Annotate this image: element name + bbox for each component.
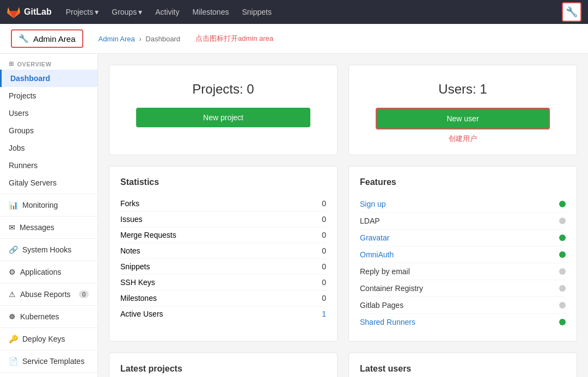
stat-value[interactable]: 1 xyxy=(322,310,326,318)
abuse-reports-badge: 0 xyxy=(79,291,89,298)
nav-groups[interactable]: Groups ▾ xyxy=(106,4,148,20)
stat-row: Active Users 1 xyxy=(120,306,326,322)
new-user-annotation: 创建用户 xyxy=(360,134,566,144)
statistics-card: Statistics Forks 0 Issues 0 Merge Reques… xyxy=(109,166,338,342)
stat-row: Notes 0 xyxy=(120,243,326,259)
status-dot-gray xyxy=(559,302,566,308)
sidebar-item-users[interactable]: Users xyxy=(0,104,97,122)
new-project-button[interactable]: New project xyxy=(136,108,310,127)
users-count-title: Users: 1 xyxy=(360,82,566,97)
sidebar-item-projects[interactable]: Projects xyxy=(0,87,97,104)
feature-name[interactable]: Shared Runners xyxy=(360,318,415,326)
sidebar-item-runners[interactable]: Runners xyxy=(0,157,97,174)
status-dot-green xyxy=(559,234,566,241)
feature-name: Reply by email xyxy=(360,267,410,276)
stat-value: 0 xyxy=(322,231,326,239)
hook-icon: 🔗 xyxy=(9,245,18,254)
sidebar-item-labels[interactable]: 🏷 Labels xyxy=(0,375,97,377)
brand-name: GitLab xyxy=(24,7,52,17)
stat-row: Forks 0 xyxy=(120,196,326,212)
feature-row: Gravatar xyxy=(360,230,566,246)
statistics-rows: Forks 0 Issues 0 Merge Requests 0 Notes … xyxy=(120,196,326,322)
summary-cards-row: Projects: 0 New project Users: 1 New use… xyxy=(109,65,577,155)
breadcrumb-root[interactable]: Admin Area xyxy=(99,35,135,43)
template-icon: 📄 xyxy=(9,357,18,366)
nav-snippets[interactable]: Snippets xyxy=(236,4,277,20)
sidebar-item-jobs[interactable]: Jobs xyxy=(0,139,97,157)
latest-projects-card: Latest projects xyxy=(109,353,338,377)
nav-right xyxy=(562,2,581,22)
report-icon: ⚠ xyxy=(9,290,16,299)
feature-name[interactable]: OmniAuth xyxy=(360,250,394,259)
feature-row: Reply by email xyxy=(360,263,566,280)
main-content: Projects: 0 New project Users: 1 New use… xyxy=(98,54,588,377)
stat-label: SSH Keys xyxy=(120,278,155,287)
sidebar-item-messages[interactable]: ✉ Messages xyxy=(0,219,97,236)
message-icon: ✉ xyxy=(9,223,15,232)
sidebar-item-applications[interactable]: ⚙ Applications xyxy=(0,263,97,281)
sidebar: ⊞ Overview Dashboard Projects Users Grou… xyxy=(0,54,98,377)
sidebar-item-service-templates[interactable]: 📄 Service Templates xyxy=(0,353,97,370)
admin-area-icon-button[interactable] xyxy=(562,2,581,22)
page-layout: ⊞ Overview Dashboard Projects Users Grou… xyxy=(0,54,588,377)
breadcrumb: Admin Area › Dashboard xyxy=(99,35,180,43)
sidebar-divider-4 xyxy=(0,261,97,261)
stat-row: Merge Requests 0 xyxy=(120,227,326,243)
stat-label: Notes xyxy=(120,246,140,255)
nav-milestones[interactable]: Milestones xyxy=(187,4,235,20)
feature-row: Gitlab Pages xyxy=(360,297,566,314)
stat-label: Snippets xyxy=(120,262,150,271)
stat-row: SSH Keys 0 xyxy=(120,275,326,291)
sidebar-divider-6 xyxy=(0,305,97,306)
sidebar-item-groups[interactable]: Groups xyxy=(0,122,97,139)
features-rows: Sign upLDAPGravatarOmniAuthReply by emai… xyxy=(360,196,566,330)
nav-projects[interactable]: Projects ▾ xyxy=(60,4,105,20)
sidebar-section-overview: ⊞ Overview xyxy=(0,54,97,70)
feature-row: Shared Runners xyxy=(360,314,566,330)
sidebar-item-dashboard[interactable]: Dashboard xyxy=(0,70,97,87)
feature-name[interactable]: Gravatar xyxy=(360,233,389,242)
sidebar-item-monitoring[interactable]: 📊 Monitoring xyxy=(0,196,97,214)
sidebar-divider-8 xyxy=(0,350,97,350)
brand-logo[interactable]: GitLab xyxy=(7,5,52,19)
statistics-title: Statistics xyxy=(120,177,326,187)
stat-value: 0 xyxy=(322,215,326,224)
sidebar-item-deploy-keys[interactable]: 🔑 Deploy Keys xyxy=(0,330,97,348)
stat-row: Issues 0 xyxy=(120,212,326,227)
admin-area-title-box: 🔧 Admin Area xyxy=(11,29,83,48)
sidebar-item-system-hooks[interactable]: 🔗 System Hooks xyxy=(0,241,97,258)
nav-activity[interactable]: Activity xyxy=(150,4,185,20)
latest-users-card: Latest users Administrator 27 minutes ag… xyxy=(348,353,577,377)
key-icon: 🔑 xyxy=(9,335,18,343)
feature-name[interactable]: Sign up xyxy=(360,200,385,208)
status-dot-green xyxy=(559,251,566,258)
stat-label: Issues xyxy=(120,215,142,224)
sidebar-divider-3 xyxy=(0,238,97,239)
stat-label: Forks xyxy=(120,199,139,208)
feature-name: LDAP xyxy=(360,217,380,225)
stat-row: Milestones 0 xyxy=(120,291,326,306)
sidebar-item-gitaly-servers[interactable]: Gitaly Servers xyxy=(0,174,97,191)
projects-count-title: Projects: 0 xyxy=(120,82,326,97)
sidebar-item-kubernetes[interactable]: ☸ Kubernetes xyxy=(0,308,97,325)
features-title: Features xyxy=(360,177,566,187)
wrench-icon: 🔧 xyxy=(19,34,29,44)
sidebar-divider-1 xyxy=(0,194,97,194)
latest-row: Latest projects Latest users Administrat… xyxy=(109,353,577,377)
status-dot-green xyxy=(559,201,566,207)
nav-menu: Projects ▾ Groups ▾ Activity Milestones … xyxy=(60,4,277,20)
feature-row: Sign up xyxy=(360,196,566,213)
stat-value: 0 xyxy=(322,246,326,255)
users-card: Users: 1 New user 创建用户 xyxy=(348,65,577,155)
sidebar-divider-5 xyxy=(0,283,97,283)
admin-area-header: 🔧 Admin Area Admin Area › Dashboard 点击图标… xyxy=(0,24,588,54)
stat-label: Merge Requests xyxy=(120,231,176,239)
kubernetes-icon: ☸ xyxy=(9,312,16,321)
feature-row: LDAP xyxy=(360,213,566,230)
sidebar-divider-7 xyxy=(0,327,97,328)
sidebar-divider-9 xyxy=(0,372,97,373)
sidebar-item-abuse-reports[interactable]: ⚠ Abuse Reports 0 xyxy=(0,286,97,303)
feature-name: Container Registry xyxy=(360,284,423,293)
status-dot-gray xyxy=(559,268,566,275)
new-user-button[interactable]: New user xyxy=(376,108,550,129)
